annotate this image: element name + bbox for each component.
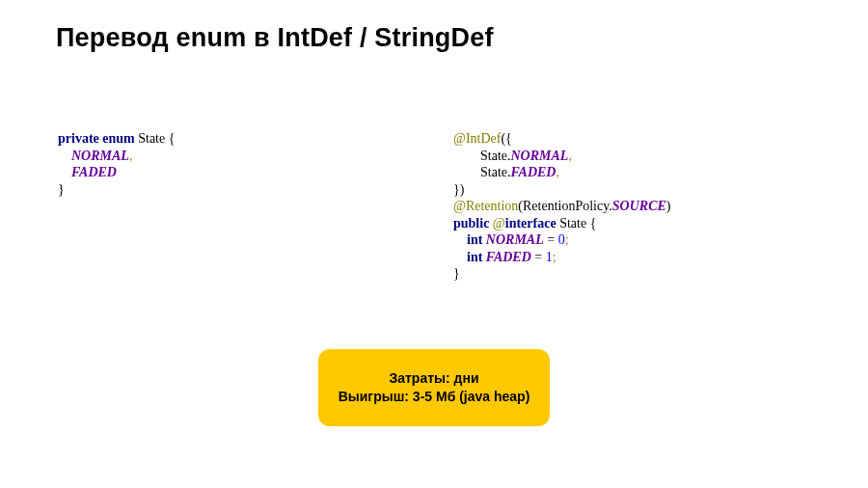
code-token: NORMAL [511, 149, 569, 163]
code-token: private enum [58, 131, 135, 146]
code-token: State [135, 131, 169, 146]
code-token: { [590, 216, 597, 230]
code-token: FADED [486, 250, 531, 264]
code-token: NORMAL [486, 232, 544, 247]
code-token: ) [666, 199, 671, 213]
code-token: , [556, 165, 559, 179]
code-token: public [453, 216, 489, 230]
code-token: } [58, 182, 65, 197]
code-token: NORMAL [71, 149, 129, 163]
code-token: = [531, 250, 546, 264]
code-token: RetentionPolicy [523, 199, 609, 213]
code-token: State [480, 149, 507, 163]
code-token: } [453, 266, 460, 281]
code-token: FADED [511, 165, 556, 179]
code-token: State [480, 165, 507, 179]
code-token: State [559, 216, 590, 230]
code-token: int [467, 232, 482, 247]
code-token [453, 232, 467, 247]
slide-title: Перевод enum в IntDef / StringDef [56, 23, 494, 53]
code-token [453, 165, 480, 179]
code-token: ; [553, 250, 556, 264]
code-token: = [544, 232, 558, 247]
code-token: @IntDef [453, 131, 501, 146]
code-token: SOURCE [612, 199, 666, 213]
code-token: , [129, 149, 133, 163]
code-token: { [169, 131, 176, 146]
code-token: @Retention [453, 199, 518, 213]
code-token: ({ [501, 131, 511, 146]
code-block-intdef: @IntDef({ State.NORMAL, State.FADED, }) … [453, 130, 671, 283]
code-block-enum: private enum State { NORMAL, FADED } [58, 130, 175, 198]
code-token [453, 250, 467, 264]
summary-callout: Затраты: дни Выигрыш: 3-5 Мб (java heap) [318, 349, 550, 426]
code-token: @ [493, 216, 505, 230]
code-token: 0 [558, 232, 565, 247]
code-token: ; [565, 232, 569, 247]
code-token [453, 149, 480, 163]
code-token: 1 [546, 250, 553, 264]
callout-line-gain: Выигрыш: 3-5 Мб (java heap) [339, 388, 530, 406]
code-token [58, 165, 71, 179]
callout-line-cost: Затраты: дни [389, 369, 478, 388]
code-token: }) [453, 182, 464, 197]
code-token: int [467, 250, 482, 264]
code-token: , [568, 149, 572, 163]
slide: Перевод enum в IntDef / StringDef privat… [0, 0, 868, 488]
code-token [58, 149, 71, 163]
code-token: FADED [71, 165, 117, 179]
code-token: interface [505, 216, 556, 230]
